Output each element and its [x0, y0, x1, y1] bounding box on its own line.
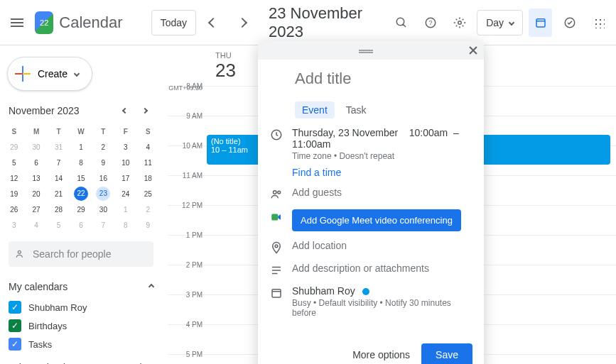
- mini-day[interactable]: 17: [114, 170, 136, 186]
- mini-day[interactable]: 30: [92, 202, 114, 217]
- tasks-button[interactable]: [558, 9, 581, 37]
- mini-day[interactable]: 29: [70, 202, 92, 217]
- mini-day[interactable]: 2: [92, 139, 114, 155]
- checkbox-icon: ✓: [9, 319, 21, 332]
- drag-handle-icon[interactable]: [359, 50, 373, 51]
- other-calendars-toggle[interactable]: Other calendars +: [3, 353, 159, 364]
- timezone-link[interactable]: Time zone: [292, 151, 332, 161]
- tab-task[interactable]: Task: [339, 101, 374, 118]
- chevron-down-icon: [509, 19, 514, 25]
- add-other-calendar-button[interactable]: +: [136, 359, 145, 364]
- save-button[interactable]: Save: [421, 343, 472, 364]
- event-defaults[interactable]: Busy • Default visibility • Notify 30 mi…: [292, 298, 472, 318]
- mini-day[interactable]: 10: [114, 155, 136, 170]
- mini-day[interactable]: 31: [48, 139, 70, 155]
- tab-event[interactable]: Event: [295, 101, 335, 118]
- mini-day[interactable]: 26: [3, 202, 25, 217]
- mini-day[interactable]: 22: [70, 186, 92, 202]
- mini-day[interactable]: 4: [137, 139, 159, 155]
- mini-day[interactable]: 19: [3, 186, 25, 202]
- timezone-label: GMT+05:30: [168, 84, 207, 92]
- mini-day[interactable]: 14: [48, 170, 70, 186]
- mini-day[interactable]: 3: [3, 217, 25, 233]
- mini-day[interactable]: 8: [70, 155, 92, 170]
- search-placeholder: Search for people: [33, 248, 112, 260]
- prev-period-button[interactable]: [202, 9, 225, 37]
- next-period-button[interactable]: [231, 9, 254, 37]
- mini-day[interactable]: 3: [114, 139, 136, 155]
- start-time[interactable]: 10:00am: [409, 127, 448, 138]
- calendar-list-item[interactable]: ✓Tasks: [3, 335, 159, 353]
- calendar-owner[interactable]: Shubham Roy: [292, 285, 355, 297]
- mini-day[interactable]: 1: [114, 202, 136, 217]
- add-guests-input[interactable]: Add guests: [292, 187, 472, 198]
- calendar-list-item[interactable]: ✓Shubham Roy: [3, 298, 159, 316]
- find-time-link[interactable]: Find a time: [292, 167, 341, 178]
- chevron-left-icon: [122, 108, 128, 114]
- support-button[interactable]: ?: [418, 9, 442, 37]
- calendar-label: Shubham Roy: [28, 302, 87, 313]
- view-switcher[interactable]: Day: [477, 10, 523, 35]
- add-description-input[interactable]: Add description or attachments: [292, 263, 472, 274]
- add-meet-button[interactable]: Add Google Meet video conferencing: [292, 209, 461, 231]
- mini-day[interactable]: 1: [70, 139, 92, 155]
- search-button[interactable]: [389, 9, 413, 37]
- svg-point-11: [275, 245, 278, 248]
- mini-day[interactable]: 15: [70, 170, 92, 186]
- mini-day[interactable]: 23: [92, 186, 114, 202]
- create-button[interactable]: Create: [7, 57, 92, 91]
- mini-day[interactable]: 20: [25, 186, 47, 202]
- mini-day[interactable]: 21: [48, 186, 70, 202]
- mini-day[interactable]: 11: [137, 155, 159, 170]
- calendar-logo-icon: 22: [35, 11, 53, 34]
- mini-day[interactable]: 24: [114, 186, 136, 202]
- my-calendars-toggle[interactable]: My calendars: [3, 275, 159, 298]
- apps-grid-icon: [593, 17, 605, 28]
- mini-day[interactable]: 28: [48, 202, 70, 217]
- mini-day[interactable]: 5: [48, 217, 70, 233]
- main-menu-button[interactable]: [6, 9, 29, 37]
- mini-day[interactable]: 4: [25, 217, 47, 233]
- mini-day[interactable]: 25: [137, 186, 159, 202]
- mini-next-button[interactable]: [136, 102, 153, 119]
- search-people-input[interactable]: Search for people: [9, 241, 153, 267]
- recurrence[interactable]: Doesn't repeat: [339, 151, 394, 161]
- mini-day[interactable]: 9: [92, 155, 114, 170]
- mini-day[interactable]: 9: [137, 217, 159, 233]
- mini-day[interactable]: 7: [48, 155, 70, 170]
- day-number[interactable]: 23: [215, 60, 236, 82]
- mini-prev-button[interactable]: [117, 102, 134, 119]
- mini-day[interactable]: 13: [25, 170, 47, 186]
- event-title-input[interactable]: [269, 67, 472, 94]
- calendar-view-icon-button[interactable]: [529, 9, 552, 37]
- description-icon: [270, 264, 283, 277]
- mini-dow: S: [137, 123, 159, 139]
- today-button[interactable]: Today: [151, 10, 196, 35]
- mini-day[interactable]: 18: [137, 170, 159, 186]
- mini-day[interactable]: 6: [70, 217, 92, 233]
- settings-button[interactable]: [448, 9, 471, 37]
- mini-dow: W: [70, 123, 92, 139]
- google-apps-button[interactable]: [587, 9, 610, 37]
- mini-day[interactable]: 27: [25, 202, 47, 217]
- end-time[interactable]: 11:00am: [292, 138, 330, 150]
- mini-day[interactable]: 16: [92, 170, 114, 186]
- mini-day[interactable]: 29: [3, 139, 25, 155]
- calendar-list-item[interactable]: ✓Birthdays: [3, 316, 159, 335]
- event-date[interactable]: Thursday, 23 November: [292, 127, 398, 138]
- meet-icon: [270, 211, 283, 224]
- mini-day[interactable]: 7: [92, 217, 114, 233]
- more-options-button[interactable]: More options: [352, 349, 410, 360]
- mini-day[interactable]: 30: [25, 139, 47, 155]
- close-button[interactable]: [468, 45, 478, 55]
- mini-calendar: SMTWTFS 29303112345678910111213141516171…: [3, 123, 159, 233]
- mini-day[interactable]: 5: [3, 155, 25, 170]
- clock-icon: [270, 128, 283, 141]
- location-icon: [270, 241, 283, 254]
- add-location-input[interactable]: Add location: [292, 240, 472, 251]
- mini-day[interactable]: 6: [25, 155, 47, 170]
- mini-day[interactable]: 2: [137, 202, 159, 217]
- mini-day[interactable]: 12: [3, 170, 25, 186]
- mini-day[interactable]: 8: [114, 217, 136, 233]
- checkbox-icon: ✓: [9, 301, 21, 314]
